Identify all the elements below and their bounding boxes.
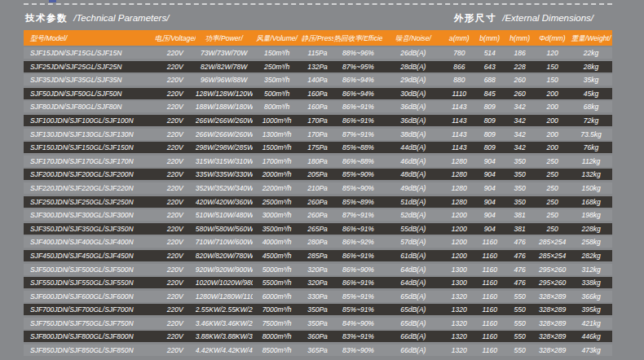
cell-noise: 52dB(A)	[382, 209, 443, 221]
cell-volume: 1000m³/h	[253, 115, 302, 126]
cell-model: SJF170JDN/SJF170GL/SJF170N	[24, 156, 155, 167]
cell-voltage: 220V	[155, 264, 196, 275]
cell-power: 266W/266W/260W	[196, 129, 253, 140]
cell-efficiency: 86%~94%	[333, 74, 382, 86]
cell-b: 514	[474, 47, 505, 59]
column-header-a: a(mm)	[443, 33, 474, 44]
cell-volume: 3000m³/h	[253, 209, 302, 221]
external-dimensions-title-en: /External Dimensions/	[502, 13, 593, 23]
cell-voltage: 220V	[155, 196, 196, 208]
cell-pressure: 115Pa	[302, 47, 334, 59]
cell-b: 1160	[474, 291, 505, 302]
cell-volume: 1700m³/h	[253, 156, 302, 167]
cell-noise: 28dB(A)	[382, 61, 443, 72]
cell-b: 1160	[474, 277, 505, 288]
cell-model: SJF300JDN/SJF300GL/SJF300N	[24, 209, 155, 221]
cell-noise: 65dB(A)	[382, 318, 443, 329]
cell-efficiency: 86%~88%	[333, 156, 382, 167]
cell-weight: 312kg	[570, 264, 612, 275]
cell-weight: 28kg	[570, 61, 612, 72]
cell-volume: 5500m³/h	[253, 277, 302, 288]
cell-b: 904	[474, 223, 505, 235]
cell-h: 350	[505, 169, 535, 180]
cell-a: 1143	[443, 115, 474, 126]
cell-weight: 421kg	[570, 318, 612, 329]
cell-h: 342	[505, 115, 535, 126]
cell-model: SJF400JDN/SJF400GL/SJF400N	[24, 236, 155, 248]
cell-noise: 46dB(A)	[382, 156, 443, 167]
cell-a: 1200	[443, 223, 474, 235]
cell-weight: 282kg	[570, 250, 612, 261]
cell-efficiency: 83%~90%	[333, 345, 382, 356]
cell-model: SJF250JDN/SJF250GL/SJF250N	[24, 196, 155, 208]
cell-voltage: 220V	[155, 209, 196, 221]
cell-weight: 473kg	[570, 345, 612, 356]
cell-h: 476	[505, 264, 535, 275]
cell-model: SJF350JDN/SJF350GL/SJF350N	[24, 223, 155, 235]
cell-b: 1160	[474, 264, 505, 275]
table-header-row: 型号/Model/电压/Voltage/功率/Power/风量/Volume/静…	[24, 30, 612, 46]
cell-power: 82W/82W/78W	[196, 61, 253, 72]
cell-weight: 72kg	[570, 115, 612, 126]
cell-pressure: 350Pa	[302, 304, 334, 315]
table-row: SJF450JDN/SJF450GL/SJF450N220V820W/820W/…	[24, 250, 612, 261]
table-row: SJF150JDN/SJF150GL/SJF150N220V298W/298W/…	[24, 142, 612, 153]
cell-volume: 3500m³/h	[253, 223, 302, 235]
cell-phid: 328×289	[535, 291, 570, 302]
cell-voltage: 220V	[155, 142, 196, 153]
cell-weight: 150kg	[570, 182, 612, 194]
cell-pressure: 205Pa	[302, 169, 334, 180]
cell-weight: 68kg	[570, 101, 612, 112]
table-row: SJF750JDN/SJF750GL/SJF750N220V3.46KW/3.4…	[24, 318, 612, 329]
cell-weight: 198kg	[570, 209, 612, 221]
cell-volume: 2000m³/h	[253, 169, 302, 180]
cell-h: 260	[505, 74, 535, 86]
cell-weight: 73.5kg	[570, 129, 612, 140]
cell-h: 342	[505, 142, 535, 153]
cell-a: 880	[443, 74, 474, 86]
cell-model: SJF600JDN/SJF600GL/SJF600N	[24, 291, 155, 302]
cell-b: 643	[474, 61, 505, 72]
cell-b: 809	[474, 101, 505, 112]
table-row: SJF550JDN/SJF550GL/SJF550N220V1020W/1020…	[24, 277, 612, 288]
cell-phid: 200	[535, 88, 570, 99]
cell-power: 188W/188W/180W	[196, 101, 253, 112]
cell-power: 1280W/1280W/1100W	[196, 291, 253, 302]
cell-volume: 8500m³/h	[253, 345, 302, 356]
cell-efficiency: 86%~91%	[333, 277, 382, 288]
cell-power: 73W/73W/70W	[196, 47, 253, 59]
cell-model: SJF200JDN/SJF200GL/SJF200N	[24, 169, 155, 180]
table-row: SJF500JDN/SJF500GL/SJF500N220V920W/920W/…	[24, 264, 612, 275]
cell-voltage: 220V	[155, 101, 196, 112]
cell-power: 580W/580W/560W	[196, 223, 253, 235]
cell-volume: 800m³/h	[253, 101, 302, 112]
cell-a: 1110	[443, 88, 474, 99]
column-header-noise: 噪音/Noise/	[382, 33, 443, 44]
cell-voltage: 220V	[155, 250, 196, 261]
table-row: SJF25JDN/SJF25GL/SJF25N220V82W/82W/78W25…	[24, 61, 612, 72]
cell-b: 904	[474, 169, 505, 180]
cell-power: 96W/96W/88W	[196, 74, 253, 86]
cell-h: 550	[505, 291, 535, 302]
cell-efficiency: 88%~96%	[333, 47, 382, 59]
cell-pressure: 350Pa	[302, 318, 334, 329]
cell-efficiency: 85%~91%	[333, 304, 382, 315]
cell-phid: 285×254	[535, 250, 570, 261]
cell-efficiency: 86%~91%	[333, 223, 382, 235]
cell-model: SJF450JDN/SJF450GL/SJF450N	[24, 250, 155, 261]
cell-h: 186	[505, 47, 535, 59]
cell-weight: 338kg	[570, 277, 612, 288]
cell-power: 266W/266W/260W	[196, 115, 253, 126]
cell-b: 688	[474, 74, 505, 86]
column-header-h: h(mm)	[505, 33, 535, 44]
cell-noise: 36dB(A)	[382, 101, 443, 112]
cell-phid: 200	[535, 115, 570, 126]
table-row: SJF50JDN/SJF50GL/SJF50N220V128W/128W/120…	[24, 88, 612, 99]
cell-model: SJF220JDN/SJF220GL/SJF220N	[24, 182, 155, 194]
table-row: SJF100JDN/SJF100GL/SJF100N220V266W/266W/…	[24, 115, 612, 126]
cell-volume: 1500m³/h	[253, 142, 302, 153]
cell-noise: 55dB(A)	[382, 223, 443, 235]
table-row: SJF35JDN/SJF35GL/SJF35N220V96W/96W/88W35…	[24, 74, 612, 86]
cell-pressure: 330Pa	[302, 291, 334, 302]
column-header-power: 功率/Power/	[196, 33, 253, 44]
